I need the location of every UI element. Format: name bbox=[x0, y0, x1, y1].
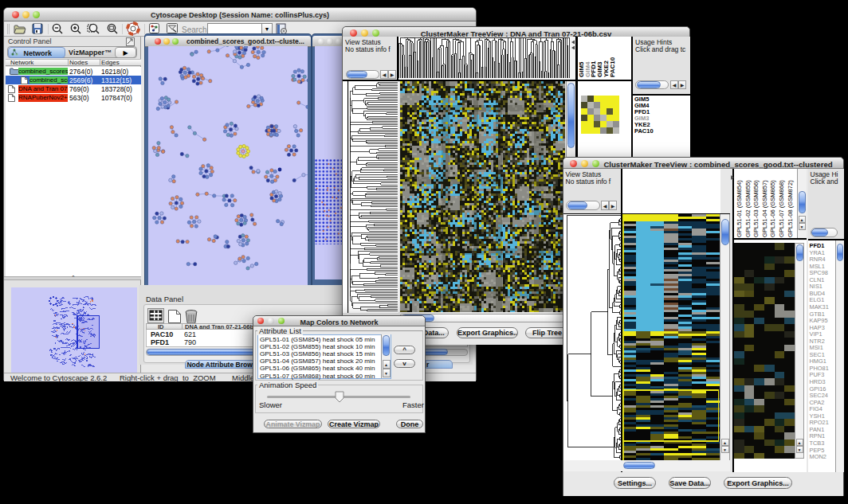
svg-text:GPL51-03 (GSM856): GPL51-03 (GSM856) bbox=[752, 179, 760, 236]
svg-text:GPL51-01 (GSM854): GPL51-01 (GSM854) bbox=[736, 179, 743, 236]
svg-text:GPL51-06 (GSM865): GPL51-06 (GSM865) bbox=[769, 179, 776, 236]
svg-text:GPL51-08 (GSM872): GPL51-08 (GSM872) bbox=[787, 179, 794, 236]
svg-text:PAC10: PAC10 bbox=[608, 57, 615, 77]
svg-text:GPL51-02 (GSM855): GPL51-02 (GSM855) bbox=[744, 179, 752, 236]
svg-text:GPL51-04 (GSM857): GPL51-04 (GSM857) bbox=[761, 179, 768, 236]
svg-text:GPL51-07 (GSM868): GPL51-07 (GSM868) bbox=[778, 179, 785, 236]
